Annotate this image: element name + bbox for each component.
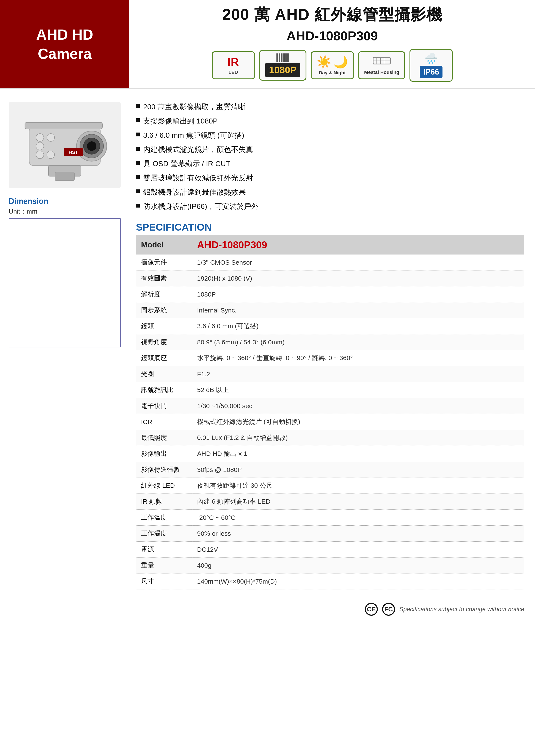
spec-cell-label: 訊號雜訊比 — [136, 382, 192, 398]
spec-cell-value: 水平旋轉: 0 ~ 360° / 垂直旋轉: 0 ~ 90° / 翻轉: 0 ~… — [192, 350, 524, 366]
spec-cell-label: 最低照度 — [136, 430, 192, 446]
bullet-icon — [136, 104, 140, 108]
bullet-icon — [136, 175, 140, 179]
spec-row: 電源DC12V — [136, 542, 524, 557]
features-list: 200 萬畫數影像擷取，畫質清晰 支援影像輸出到 1080P 3.6 / 6.0… — [136, 100, 524, 214]
feature-1: 200 萬畫數影像擷取，畫質清晰 — [136, 100, 524, 114]
spec-cell-value: 3.6 / 6.0 mm (可選搭) — [192, 318, 524, 334]
spec-cell-label: 影像傳送張數 — [136, 462, 192, 478]
spec-cell-label: 影像輸出 — [136, 446, 192, 462]
bullet-icon — [136, 189, 140, 193]
spec-cell-value: 內建 6 顆陣列高功率 LED — [192, 494, 524, 510]
spec-cell-value: 機械式紅外線濾光鏡片 (可自動切換) — [192, 414, 524, 430]
brand-line1: AHD HD — [36, 26, 93, 43]
bullet-icon — [136, 118, 140, 122]
spec-cell-label: 工作濕度 — [136, 526, 192, 542]
spec-cell-label: 鏡頭 — [136, 318, 192, 334]
footer-note: Specifications subject to change without… — [399, 606, 524, 613]
feature-2: 支援影像輸出到 1080P — [136, 114, 524, 128]
spec-cell-value: 80.9° (3.6mm) / 54.3° (6.0mm) — [192, 334, 524, 350]
feature-7: 鋁殼機身設計達到最佳散熱效果 — [136, 185, 524, 199]
bullet-icon — [136, 147, 140, 150]
spec-cell-label: 攝像元件 — [136, 255, 192, 270]
spec-row: 影像輸出AHD HD 輸出 x 1 — [136, 446, 524, 462]
spec-cell-label: ICR — [136, 414, 192, 430]
right-panel: 200 萬畫數影像擷取，畫質清晰 支援影像輸出到 1080P 3.6 / 6.0… — [129, 97, 535, 592]
spec-cell-label: IR 顆數 — [136, 494, 192, 510]
feature-3-text: 3.6 / 6.0 mm 焦距鏡頭 (可選搭) — [143, 130, 244, 140]
spec-cell-value: 1/30 ~1/50,000 sec — [192, 398, 524, 414]
spec-cell-label: 重量 — [136, 557, 192, 574]
spec-row: 攝像元件1/3" CMOS Sensor — [136, 255, 524, 270]
svg-point-14 — [47, 134, 55, 141]
spec-cell-value: 1920(H) x 1080 (V) — [192, 270, 524, 286]
spec-cell-label: 有效圖素 — [136, 270, 192, 286]
ce-icon: CE — [365, 603, 378, 616]
spec-cell-label: 紅外線 LED — [136, 478, 192, 494]
svg-point-11 — [36, 134, 44, 141]
fc-icon: FC — [382, 603, 395, 616]
spec-row: ICR機械式紅外線濾光鏡片 (可自動切換) — [136, 414, 524, 430]
feature-2-text: 支援影像輸出到 1080P — [143, 116, 218, 126]
spec-header-row: Model AHD-1080P309 — [136, 235, 524, 255]
spec-model-label: Model — [136, 235, 192, 255]
metal-housing-badge: Meatal Housing — [358, 51, 406, 79]
rain-icon: 🌧️ — [425, 52, 437, 65]
svg-point-13 — [36, 151, 44, 159]
spec-cell-value: Internal Sync. — [192, 302, 524, 318]
spec-row: 鏡頭底座水平旋轉: 0 ~ 360° / 垂直旋轉: 0 ~ 90° / 翻轉:… — [136, 350, 524, 366]
spec-cell-value: 1080P — [192, 286, 524, 302]
ir-led-label: LED — [229, 69, 238, 75]
bullet-icon — [136, 204, 140, 207]
svg-rect-19 — [55, 172, 74, 180]
spec-cell-value: 140mm(W)××80(H)*75m(D) — [192, 574, 524, 589]
svg-rect-6 — [25, 122, 102, 129]
spec-cell-value: DC12V — [192, 542, 524, 557]
spec-row: 解析度1080P — [136, 286, 524, 302]
spec-cell-label: 解析度 — [136, 286, 192, 302]
spec-row: 尺寸140mm(W)××80(H)*75m(D) — [136, 574, 524, 589]
header: AHD HD Camera 200 萬 AHD 紅外線管型攝影機 AHD-108… — [0, 0, 535, 89]
camera-image: HST — [9, 102, 121, 188]
spec-row: 訊號雜訊比52 dB 以上 — [136, 382, 524, 398]
spec-row: 重量400g — [136, 557, 524, 574]
spec-cell-label: 電源 — [136, 542, 192, 557]
1080p-label: 1080P — [265, 63, 300, 77]
header-right: 200 萬 AHD 紅外線管型攝影機 AHD-1080P309 IR LED — [129, 0, 535, 88]
spec-cell-label: 同步系統 — [136, 302, 192, 318]
moon-icon: 🌙 — [333, 55, 348, 69]
spec-cell-label: 尺寸 — [136, 574, 192, 589]
feature-1-text: 200 萬畫數影像擷取，畫質清晰 — [143, 102, 245, 112]
spec-row: 工作濕度90% or less — [136, 526, 524, 542]
spec-cell-label: 工作溫度 — [136, 510, 192, 526]
feature-6-text: 雙層玻璃設計有效減低紅外光反射 — [143, 173, 253, 183]
spec-row: 最低照度0.01 Lux (F1.2 & 自動增益開啟) — [136, 430, 524, 446]
day-night-badge: ☀️ 🌙 Day & Night — [311, 51, 354, 79]
spec-table: Model AHD-1080P309 攝像元件1/3" CMOS Sensor有… — [136, 235, 524, 589]
footer: CE FC Specifications subject to change w… — [0, 596, 535, 622]
dimension-title: Dimension — [9, 197, 48, 206]
ir-led-badge: IR LED — [212, 51, 255, 79]
svg-point-12 — [36, 142, 44, 150]
spec-cell-value: 400g — [192, 557, 524, 574]
bullet-icon — [136, 161, 140, 165]
icons-row: IR LED 1080P — [138, 47, 526, 84]
spec-cell-label: 鏡頭底座 — [136, 350, 192, 366]
spec-row: 鏡頭3.6 / 6.0 mm (可選搭) — [136, 318, 524, 334]
dimension-box — [9, 218, 121, 347]
sun-icon: ☀️ — [317, 55, 331, 69]
spec-cell-value: 夜視有效距離可達 30 公尺 — [192, 478, 524, 494]
product-model: AHD-1080P309 — [138, 28, 526, 43]
fc-badge: FC — [382, 603, 395, 616]
svg-point-10 — [87, 141, 97, 151]
bullet-icon — [136, 133, 140, 136]
spec-cell-value: F1.2 — [192, 366, 524, 382]
day-night-label: Day & Night — [319, 70, 346, 76]
spec-row: IR 顆數內建 6 顆陣列高功率 LED — [136, 494, 524, 510]
spec-cell-value: 0.01 Lux (F1.2 & 自動增益開啟) — [192, 430, 524, 446]
metal-housing-label: Meatal Housing — [364, 69, 399, 75]
brand-text: AHD HD Camera — [36, 25, 93, 63]
metal-icon — [372, 55, 391, 68]
brand-line2: Camera — [38, 45, 92, 62]
spec-cell-value: -20°C ~ 60°C — [192, 510, 524, 526]
